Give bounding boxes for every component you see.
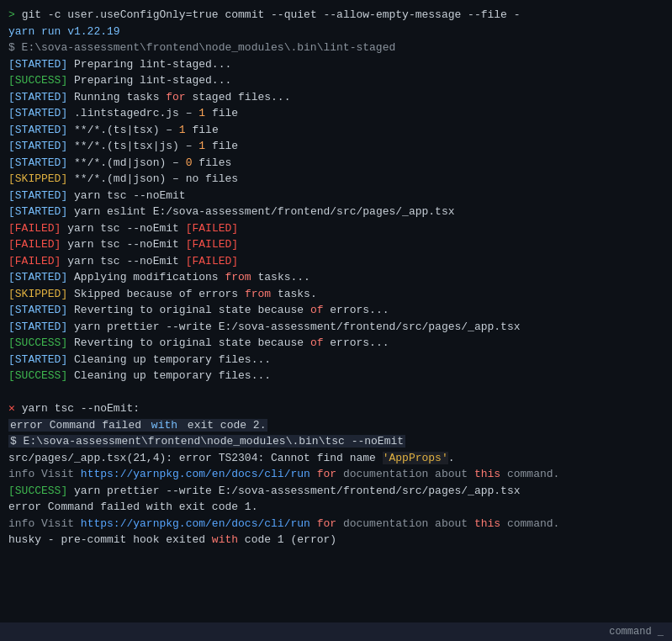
terminal-line: [STARTED] **/*.(ts|tsx) – 1 file (8, 122, 664, 139)
terminal-line: [STARTED] Reverting to original state be… (8, 302, 664, 319)
terminal-line: [SKIPPED] **/*.(md|json) – no files (8, 171, 664, 188)
terminal-line: [FAILED] yarn tsc --noEmit [FAILED] (8, 236, 664, 253)
terminal-line: ✕ yarn tsc --noEmit: (8, 400, 664, 417)
terminal: > git -c user.useConfigOnly=true commit … (0, 0, 672, 641)
terminal-line: error Command failed with exit code 1. (8, 499, 664, 516)
terminal-line: [STARTED] Cleaning up temporary files... (8, 352, 664, 368)
terminal-line: [STARTED] **/*.(ts|tsx|js) – 1 file (8, 138, 664, 155)
terminal-line: [STARTED] Applying modifications from ta… (8, 269, 664, 286)
terminal-line: [SUCCESS] Preparing lint-staged... (8, 72, 664, 89)
terminal-line: [STARTED] **/*.(md|json) – 0 files (8, 155, 664, 172)
terminal-line: src/pages/_app.tsx(21,4): error TS2304: … (8, 450, 664, 467)
status-bar: command _ (0, 622, 672, 641)
terminal-line: info Visit https://yarnpkg.com/en/docs/c… (8, 516, 664, 532)
terminal-line: error Command failed with exit code 2. (8, 417, 664, 434)
terminal-line: [STARTED] Running tasks for staged files… (8, 89, 664, 106)
terminal-line: yarn run v1.22.19 (8, 24, 664, 40)
terminal-line: [SKIPPED] Skipped because of errors from… (8, 286, 664, 303)
terminal-line: $ E:\sova-assessment\frontend\node_modul… (8, 40, 664, 56)
terminal-line: > git -c user.useConfigOnly=true commit … (8, 7, 664, 24)
terminal-line: info Visit https://yarnpkg.com/en/docs/c… (8, 466, 664, 483)
terminal-line: [STARTED] yarn eslint E:/sova-assessment… (8, 204, 664, 220)
terminal-line: husky - pre-commit hook exited with code… (8, 532, 664, 548)
terminal-line: [STARTED] yarn prettier --write E:/sova-… (8, 319, 664, 336)
terminal-line: [FAILED] yarn tsc --noEmit [FAILED] (8, 253, 664, 270)
status-command-label: command _ (609, 624, 664, 639)
terminal-line: $ E:\sova-assessment\frontend\node_modul… (8, 433, 664, 450)
terminal-line: [STARTED] .lintstagedrc.js – 1 file (8, 105, 664, 122)
terminal-line: [SUCCESS] yarn prettier --write E:/sova-… (8, 483, 664, 500)
terminal-line: [STARTED] Preparing lint-staged... (8, 56, 664, 73)
terminal-line (8, 384, 664, 401)
terminal-line: [FAILED] yarn tsc --noEmit [FAILED] (8, 220, 664, 237)
terminal-line: [SUCCESS] Cleaning up temporary files... (8, 368, 664, 384)
terminal-line: [SUCCESS] Reverting to original state be… (8, 335, 664, 352)
terminal-line: [STARTED] yarn tsc --noEmit (8, 188, 664, 204)
